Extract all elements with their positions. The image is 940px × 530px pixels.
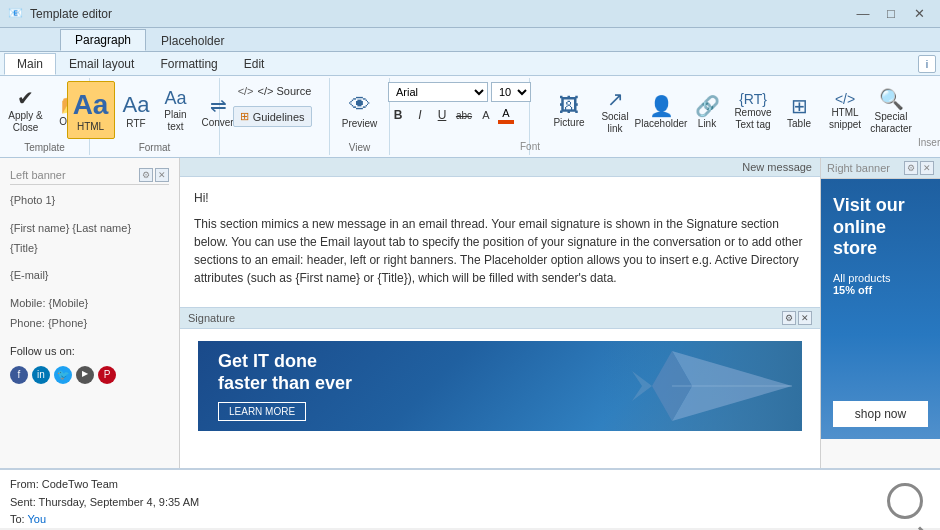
highlight-button[interactable]: A	[476, 105, 496, 125]
source-button[interactable]: </> </> Source	[233, 82, 317, 100]
phone-text: Phone: {Phone}	[10, 317, 87, 329]
underline-button[interactable]: U	[432, 105, 452, 125]
title-text: {Title}	[10, 242, 38, 254]
bold-button[interactable]: B	[388, 105, 408, 125]
info-button[interactable]: i	[918, 55, 936, 73]
link-label: Link	[698, 118, 716, 129]
rtf-button[interactable]: Aa RTF	[117, 81, 156, 139]
plain-text-button[interactable]: Aa Plaintext	[157, 81, 193, 139]
left-banner-body: {Photo 1} {First name} {Last name} {Titl…	[10, 191, 169, 384]
youtube-icon[interactable]: ▶	[76, 366, 94, 384]
picture-label: Picture	[553, 117, 584, 128]
signature-close-button[interactable]: ✕	[798, 311, 812, 325]
pinterest-icon[interactable]: P	[98, 366, 116, 384]
guidelines-button[interactable]: ⊞ Guidelines	[233, 106, 312, 127]
html-icon: Aa	[73, 89, 109, 121]
picture-icon: 🖼	[559, 94, 579, 117]
italic-button[interactable]: I	[410, 105, 430, 125]
learn-more-button[interactable]: LEARN MORE	[218, 402, 306, 421]
color-swatch	[498, 120, 514, 124]
table-label: Table	[787, 118, 811, 129]
store-text: store	[833, 238, 905, 260]
follow-us-text: Follow us on:	[10, 345, 75, 357]
social-icons: f in 🐦 ▶ P	[10, 366, 169, 384]
table-button[interactable]: ⊞ Table	[776, 82, 822, 140]
html-snippet-button[interactable]: </> HTMLsnippet	[822, 82, 868, 140]
view-group-content: </> </> Source ⊞ Guidelines	[233, 82, 317, 138]
subtab-main[interactable]: Main	[4, 53, 56, 75]
banner-text-content: Get IT done faster than ever LEARN MORE	[218, 351, 352, 421]
apply-close-label: Apply &Close	[8, 110, 42, 134]
font-size-select[interactable]: 10	[491, 82, 531, 102]
strikethrough-button[interactable]: abc	[454, 105, 474, 125]
left-banner-title: Left banner	[10, 169, 66, 181]
close-button[interactable]: ✕	[906, 4, 932, 24]
banner-title-line2: faster than ever	[218, 373, 352, 395]
remove-text-tag-button[interactable]: {RT} RemoveText tag	[730, 82, 776, 140]
subtab-formatting[interactable]: Formatting	[147, 53, 230, 75]
color-button[interactable]: A	[498, 107, 514, 124]
preview-group-content: 👁 Preview	[333, 80, 387, 140]
font-family-select[interactable]: Arial	[388, 82, 488, 102]
shop-now-button[interactable]: shop now	[833, 401, 928, 427]
special-char-button[interactable]: 🔍 Specialcharacter	[868, 82, 914, 140]
mobile-placeholder: Mobile: {Mobile}	[10, 294, 169, 314]
linkedin-icon[interactable]: in	[32, 366, 50, 384]
social-link-label: Sociallink	[601, 111, 628, 135]
view-group: </> </> Source ⊞ Guidelines Edit	[220, 78, 330, 155]
right-banner-content: Visit our online store All products 15% …	[821, 179, 940, 439]
guidelines-icon: ⊞	[240, 110, 249, 123]
left-banner-close-button[interactable]: ✕	[155, 168, 169, 182]
special-char-icon: 🔍	[879, 87, 904, 111]
font-row-1: Arial 10	[388, 82, 531, 102]
new-message-label: New message	[742, 161, 812, 173]
right-banner-header: Right banner ⚙ ✕	[821, 158, 940, 179]
discount-text: 15% off	[833, 284, 905, 296]
view-label: View	[349, 140, 371, 153]
signature-label: Signature	[188, 312, 235, 324]
message-body: Hi! This section mimics a new message in…	[180, 177, 820, 307]
right-banner-close-button[interactable]: ✕	[920, 161, 934, 175]
special-char-label: Specialcharacter	[870, 111, 912, 135]
social-link-icon: ↗	[607, 87, 624, 111]
tab-paragraph[interactable]: Paragraph	[60, 29, 146, 51]
signature-controls: ⚙ ✕	[782, 311, 812, 325]
minimize-button[interactable]: —	[850, 4, 876, 24]
visit-text: Visit our	[833, 195, 905, 217]
apply-close-button[interactable]: ✔ Apply &Close	[0, 81, 52, 139]
maximize-button[interactable]: □	[878, 4, 904, 24]
to-value: You	[28, 513, 47, 525]
preview-group: 👁 Preview View	[330, 78, 390, 155]
twitter-icon[interactable]: 🐦	[54, 366, 72, 384]
tab-placeholder[interactable]: Placeholder	[146, 29, 239, 51]
picture-button[interactable]: 🖼 Picture	[546, 82, 592, 140]
font-group-content: Arial 10 B I U abc A A	[388, 80, 531, 140]
facebook-icon[interactable]: f	[10, 366, 28, 384]
window-controls: — □ ✕	[850, 4, 932, 24]
from-line: From: CodeTwo Team	[10, 476, 224, 494]
guidelines-label: Guidelines	[253, 111, 305, 123]
html-button[interactable]: Aa HTML	[67, 81, 115, 139]
subtab-email-layout[interactable]: Email layout	[56, 53, 147, 75]
mobile-text: Mobile: {Mobile}	[10, 297, 88, 309]
left-banner-controls: ⚙ ✕	[139, 168, 169, 182]
preview-button[interactable]: 👁 Preview	[333, 81, 387, 139]
source-label: </> Source	[258, 85, 312, 97]
svg-marker-2	[632, 371, 652, 401]
signature-settings-button[interactable]: ⚙	[782, 311, 796, 325]
social-link-button[interactable]: ↗ Sociallink	[592, 82, 638, 140]
title-bar: 📧 Template editor — □ ✕	[0, 0, 940, 28]
right-banner-settings-button[interactable]: ⚙	[904, 161, 918, 175]
placeholder-button[interactable]: 👤 Placeholder	[638, 82, 684, 140]
subtab-edit[interactable]: Edit	[231, 53, 278, 75]
title-placeholder: {Title}	[10, 239, 169, 259]
signature-banner: Get IT done faster than ever LEARN MORE	[198, 341, 802, 431]
left-banner-settings-button[interactable]: ⚙	[139, 168, 153, 182]
sub-tab-bar: Main Email layout Formatting Edit i	[0, 52, 940, 76]
right-banner-title-text: Right banner	[827, 162, 890, 174]
search-button[interactable]	[880, 476, 930, 526]
left-banner-header: Left banner ⚙ ✕	[10, 168, 169, 185]
link-button[interactable]: 🔗 Link	[684, 82, 730, 140]
all-products-text: All products	[833, 272, 905, 284]
signature-header: Signature ⚙ ✕	[180, 307, 820, 329]
